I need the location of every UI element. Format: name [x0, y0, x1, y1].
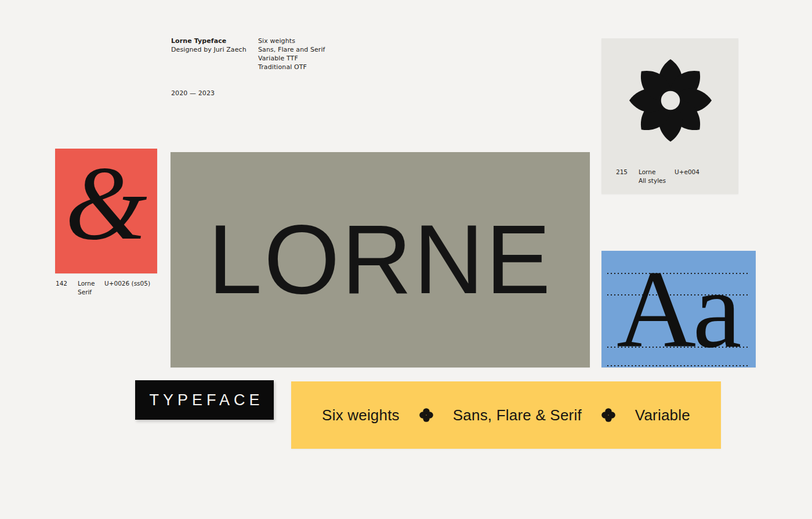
banner-item: Variable — [635, 406, 690, 424]
glyph-index: 215 — [616, 168, 628, 176]
glyph-caption: 142 Lorne Serif U+0026 (ss05) — [55, 279, 171, 298]
banner-item: Sans, Flare & Serif — [453, 406, 582, 424]
years-label: 2020 — 2023 — [171, 89, 215, 98]
clover-icon — [601, 408, 615, 422]
typeface-label: TYPEFACE — [145, 391, 263, 409]
feature-item: Traditional OTF — [258, 63, 325, 71]
glyph-code: U+0026 (ss05) — [104, 279, 150, 288]
alphabet-glyphs: Aa — [617, 254, 738, 365]
glyph-name: Lorne — [639, 168, 655, 176]
glyph-style: All styles — [639, 176, 666, 185]
wordmark-text: LORNE — [171, 152, 590, 367]
glyph-style: Serif — [78, 288, 92, 297]
glyph-name: Lorne — [78, 279, 95, 288]
specimen-card-wordmark: LORNE — [171, 152, 590, 367]
glyph-code: U+e004 — [675, 168, 699, 176]
feature-item: Sans, Flare and Serif — [258, 45, 325, 54]
glyph-index: 142 — [56, 279, 67, 288]
banner-item: Six weights — [322, 406, 400, 424]
designer-credit: Designed by Juri Zaech — [171, 45, 246, 54]
header-title-block: Lorne Typeface Designed by Juri Zaech — [171, 37, 246, 54]
typeface-title: Lorne Typeface — [171, 37, 246, 45]
ampersand-glyph: & — [55, 132, 157, 273]
flower-ornament-icon — [628, 57, 713, 143]
clover-icon — [419, 408, 433, 422]
specimen-card-flower: 215 Lorne All styles U+e004 — [601, 38, 738, 194]
feature-item: Variable TTF — [258, 54, 325, 63]
feature-banner: Six weights Sans, Flare & Serif Variable — [291, 381, 721, 449]
specimen-card-ampersand: & — [55, 149, 157, 273]
feature-list: Six weights Sans, Flare and Serif Variab… — [258, 37, 325, 71]
feature-item: Six weights — [258, 37, 325, 45]
specimen-page: Lorne Typeface Designed by Juri Zaech Si… — [0, 0, 812, 519]
specimen-card-alphabet: Aa — [601, 251, 756, 367]
typeface-label-card: TYPEFACE — [135, 380, 274, 420]
